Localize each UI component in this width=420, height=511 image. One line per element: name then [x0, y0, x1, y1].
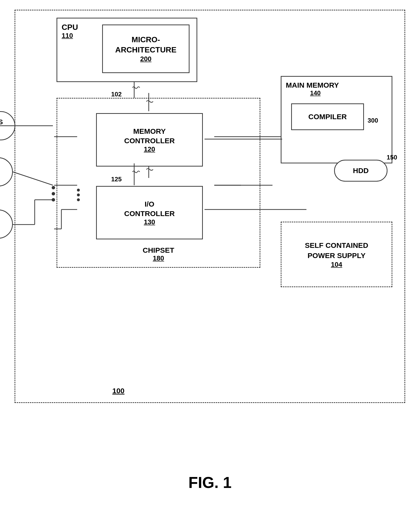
cpu-label-group: CPU 110 [62, 23, 78, 40]
cpu-label: CPU [62, 23, 78, 32]
graphics-pill: GRAPHICS 160 [0, 111, 15, 140]
io-device-n-pill: I/ODEVICE [0, 209, 13, 239]
page-container: CPU 110 MICRO-ARCHITECTURE 200 MEMORYCON… [0, 0, 420, 511]
chipset-label-group: CHIPSET 180 [143, 246, 174, 262]
compiler-label: COMPILER [308, 113, 347, 121]
ref-102-label: 102 [111, 91, 122, 98]
micro-architecture-label: MICRO-ARCHITECTURE [115, 35, 176, 55]
micro-architecture-box: MICRO-ARCHITECTURE 200 [102, 25, 189, 73]
svg-line-19 [13, 172, 53, 185]
io-controller-number: 130 [144, 218, 155, 226]
memory-controller-label: MEMORYCONTROLLER [124, 126, 175, 145]
system-boundary: CPU 110 MICRO-ARCHITECTURE 200 MEMORYCON… [15, 10, 405, 403]
io-controller-box: I/OCONTROLLER 130 [96, 186, 203, 239]
power-supply-label: SELF CONTAINEDPOWER SUPPLY [305, 240, 368, 261]
hdd-pill: HDD [334, 160, 387, 182]
chipset-label: CHIPSET [143, 246, 174, 254]
micro-architecture-number: 200 [140, 55, 152, 63]
compiler-number: 300 [368, 117, 378, 124]
graphics-label: GRAPHICS [0, 118, 3, 126]
main-memory-label: MAIN MEMORY [286, 81, 339, 89]
main-memory-box: MAIN MEMORY 140 COMPILER 300 [281, 76, 392, 163]
memory-controller-box: MEMORYCONTROLLER 120 [96, 113, 203, 167]
svg-point-21 [52, 192, 55, 195]
memory-controller-number: 120 [144, 145, 155, 153]
power-supply-number: 104 [331, 261, 342, 268]
io-controller-label: I/OCONTROLLER [124, 199, 175, 218]
compiler-box: COMPILER [291, 103, 364, 130]
figure-label: FIG. 1 [189, 474, 232, 492]
ref-125-label: 125 [111, 176, 122, 183]
power-supply-box: SELF CONTAINEDPOWER SUPPLY 104 [281, 222, 392, 287]
chipset-boundary: MEMORYCONTROLLER 120 I/OCONTROLLER 130 C… [57, 98, 260, 268]
main-memory-label-group: MAIN MEMORY 140 [286, 81, 339, 97]
system-boundary-number: 100 [112, 387, 124, 395]
cpu-number: 110 [62, 32, 78, 40]
main-memory-number: 140 [310, 89, 339, 97]
hdd-number: 150 [387, 154, 397, 161]
hdd-label: HDD [353, 167, 369, 175]
svg-point-22 [52, 198, 55, 201]
chipset-number: 180 [143, 254, 174, 262]
cpu-box: CPU 110 MICRO-ARCHITECTURE 200 [57, 18, 197, 82]
svg-point-20 [52, 186, 55, 189]
io-device-1-pill: I/ODEVICE [0, 157, 13, 186]
